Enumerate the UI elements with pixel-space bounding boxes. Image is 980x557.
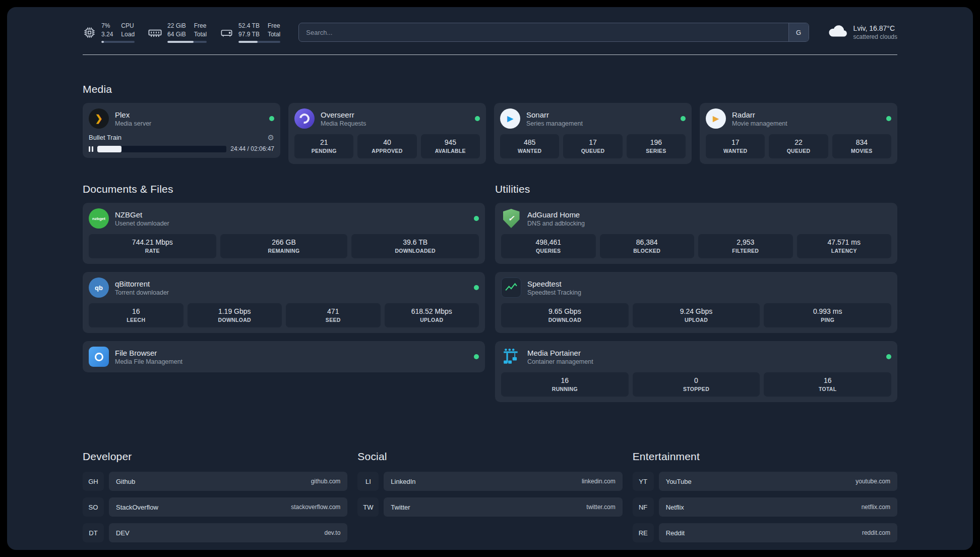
bookmark-link[interactable]: DEVdev.to bbox=[109, 523, 347, 542]
stat-block: 1.19 GbpsDOWNLOAD bbox=[188, 303, 282, 327]
bookmark-item[interactable]: DTDEVdev.to bbox=[83, 523, 347, 542]
bookmark-url: reddit.com bbox=[862, 529, 890, 536]
service-description: Media Requests bbox=[321, 120, 366, 127]
bookmark-item[interactable]: SOStackOverflowstackoverflow.com bbox=[83, 497, 347, 517]
stat-block: 17QUEUED bbox=[563, 134, 622, 158]
service-card-overseerr[interactable]: OverseerrMedia Requests21PENDING40APPROV… bbox=[288, 103, 486, 164]
stat-label: LATENCY bbox=[799, 248, 890, 254]
radarr-icon: ▶ bbox=[706, 108, 726, 129]
stat-value: 1.19 Gbps bbox=[190, 307, 280, 315]
documents-section: Documents & Files nzbgetNZBGetUsenet dow… bbox=[83, 183, 485, 372]
bookmark-abbr: RE bbox=[633, 523, 654, 542]
stat-value: 471 bbox=[288, 307, 379, 315]
stat-block: 86,384BLOCKED bbox=[600, 234, 695, 258]
service-card-speedtest[interactable]: SpeedtestSpeedtest Tracking9.65 GbpsDOWN… bbox=[495, 272, 897, 333]
stat-value: 39.6 TB bbox=[353, 238, 477, 246]
memory-widget: 22 GiB 64 GiB Free Total bbox=[148, 22, 207, 43]
service-card-titles: Media PortainerContainer management bbox=[527, 349, 593, 365]
service-card-plex[interactable]: ❯PlexMedia serverBullet Train⚙24:44 / 02… bbox=[83, 103, 280, 158]
service-description: Torrent downloader bbox=[115, 289, 169, 296]
bookmark-name: LinkedIn bbox=[391, 478, 415, 485]
bookmark-name: YouTube bbox=[666, 478, 692, 485]
stat-label: RUNNING bbox=[503, 386, 627, 392]
service-description: Media File Management bbox=[115, 358, 182, 365]
documents-cards: nzbgetNZBGetUsenet downloader744.21 Mbps… bbox=[83, 203, 485, 372]
stat-value: 945 bbox=[423, 138, 478, 146]
media-section: Media ❯PlexMedia serverBullet Train⚙24:4… bbox=[83, 83, 897, 164]
section-title-media: Media bbox=[83, 83, 897, 95]
adguard-icon: ✓ bbox=[501, 208, 521, 229]
stat-block: 0STOPPED bbox=[633, 372, 760, 397]
service-card-header: ❯PlexMedia server bbox=[89, 108, 274, 129]
weather-widget: Lviv, 16.87°C scattered clouds bbox=[827, 21, 897, 44]
service-card-sonarr[interactable]: ▶SonarrSeries management485WANTED17QUEUE… bbox=[494, 103, 692, 164]
stat-block: 834MOVIES bbox=[832, 134, 891, 158]
nzbget-icon: nzbget bbox=[89, 208, 109, 229]
stat-value: 485 bbox=[502, 138, 557, 146]
stat-block: 9.24 GbpsUPLOAD bbox=[633, 303, 760, 327]
service-card-portainer[interactable]: Media PortainerContainer management16RUN… bbox=[495, 341, 897, 402]
service-card-nzbget[interactable]: nzbgetNZBGetUsenet downloader744.21 Mbps… bbox=[83, 203, 485, 264]
stat-value: 17 bbox=[708, 138, 763, 146]
disk-drive-icon bbox=[220, 26, 233, 39]
stat-block: 17WANTED bbox=[706, 134, 765, 158]
bookmark-url: netflix.com bbox=[862, 504, 890, 511]
bookmark-item[interactable]: NFNetflixnetflix.com bbox=[633, 497, 897, 517]
search-provider-button[interactable]: G bbox=[788, 23, 809, 41]
bookmark-item[interactable]: LILinkedInlinkedin.com bbox=[357, 472, 622, 491]
bookmark-abbr: YT bbox=[633, 472, 654, 491]
playback-progress-bar[interactable] bbox=[97, 146, 227, 152]
bookmark-link[interactable]: Twittertwitter.com bbox=[384, 497, 622, 517]
bookmark-name: Netflix bbox=[666, 504, 684, 511]
bookmark-link[interactable]: Netflixnetflix.com bbox=[659, 497, 897, 517]
bookmark-item[interactable]: YTYouTubeyoutube.com bbox=[633, 472, 897, 491]
bookmark-link[interactable]: Githubgithub.com bbox=[109, 472, 347, 491]
stat-label: UPLOAD bbox=[635, 317, 758, 323]
bookmark-link[interactable]: Redditreddit.com bbox=[659, 523, 897, 542]
service-name: Media Portainer bbox=[527, 349, 593, 357]
service-name: Overseerr bbox=[321, 110, 366, 119]
stat-label: WANTED bbox=[502, 148, 557, 154]
bookmark-item[interactable]: GHGithubgithub.com bbox=[83, 472, 347, 491]
bookmark-link[interactable]: StackOverflowstackoverflow.com bbox=[109, 497, 347, 517]
stat-label: SEED bbox=[288, 317, 379, 323]
service-card-qbittorrent[interactable]: qbqBittorrentTorrent downloader16LEECH1.… bbox=[83, 272, 485, 333]
playback-progress-fill bbox=[97, 146, 122, 152]
service-card-header: File BrowserMedia File Management bbox=[89, 347, 479, 367]
bookmark-group: EntertainmentYTYouTubeyoutube.comNFNetfl… bbox=[633, 451, 897, 549]
overseerr-icon bbox=[294, 108, 315, 129]
cpu-readout: 7% 3.24 CPU Load bbox=[101, 22, 135, 43]
cpu-load-label: Load bbox=[121, 30, 135, 39]
bookmark-item[interactable]: RERedditreddit.com bbox=[633, 523, 897, 542]
search-bar[interactable]: G bbox=[298, 23, 809, 42]
stat-label: QUERIES bbox=[503, 248, 594, 254]
stat-value: 618.52 Mbps bbox=[387, 307, 477, 315]
search-input[interactable] bbox=[299, 23, 788, 41]
bookmark-url: linkedin.com bbox=[582, 478, 616, 485]
bookmark-item[interactable]: TWTwittertwitter.com bbox=[357, 497, 622, 517]
service-name: qBittorrent bbox=[115, 280, 169, 288]
stat-block: 196SERIES bbox=[627, 134, 686, 158]
service-card-header: qbqBittorrentTorrent downloader bbox=[89, 277, 479, 298]
cloud-icon bbox=[827, 21, 848, 44]
stat-block: 744.21 MbpsRATE bbox=[89, 234, 216, 258]
stat-label: LEECH bbox=[91, 317, 181, 323]
service-name: Speedtest bbox=[527, 280, 581, 288]
stat-block: 21PENDING bbox=[294, 134, 353, 158]
service-card-radarr[interactable]: ▶RadarrMovie management17WANTED22QUEUED8… bbox=[700, 103, 897, 164]
bookmark-link[interactable]: YouTubeyoutube.com bbox=[659, 472, 897, 491]
stat-value: 2,953 bbox=[700, 238, 791, 246]
bookmark-link[interactable]: LinkedInlinkedin.com bbox=[384, 472, 622, 491]
disk-total-value: 97.9 TB bbox=[238, 30, 260, 39]
media-cards: ❯PlexMedia serverBullet Train⚙24:44 / 02… bbox=[83, 103, 897, 164]
service-card-adguard[interactable]: ✓AdGuard HomeDNS and adblocking498,461QU… bbox=[495, 203, 897, 264]
bookmark-abbr: LI bbox=[357, 472, 379, 491]
media-player-widget: Bullet Train⚙24:44 / 02:06:47 bbox=[89, 134, 274, 152]
stat-value: 47.571 ms bbox=[799, 238, 890, 246]
status-dot-online bbox=[475, 116, 480, 121]
service-card-filebrowser[interactable]: File BrowserMedia File Management bbox=[83, 341, 485, 372]
service-card-titles: RadarrMovie management bbox=[732, 110, 787, 127]
pause-icon[interactable] bbox=[89, 146, 93, 152]
settings-gear-icon[interactable]: ⚙ bbox=[268, 134, 274, 141]
bookmark-url: github.com bbox=[311, 478, 341, 485]
